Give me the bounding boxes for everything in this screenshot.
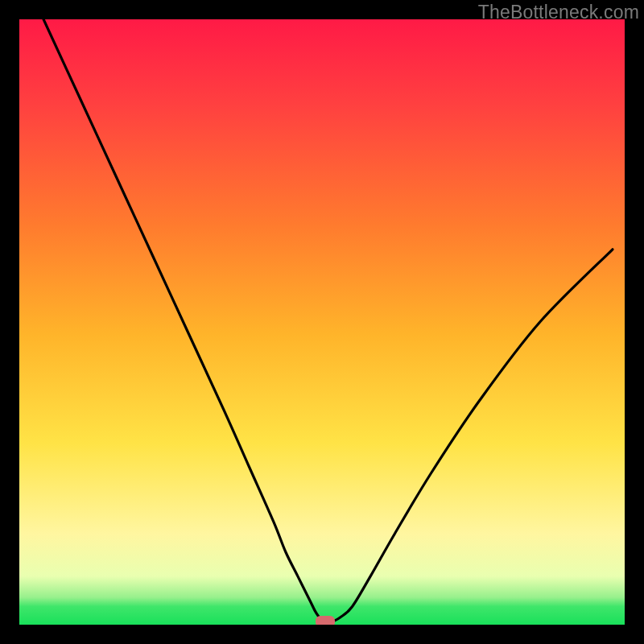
plot-area [19,19,625,625]
bottleneck-curve [19,19,625,625]
optimum-point [316,616,335,625]
chart-frame [19,19,625,625]
